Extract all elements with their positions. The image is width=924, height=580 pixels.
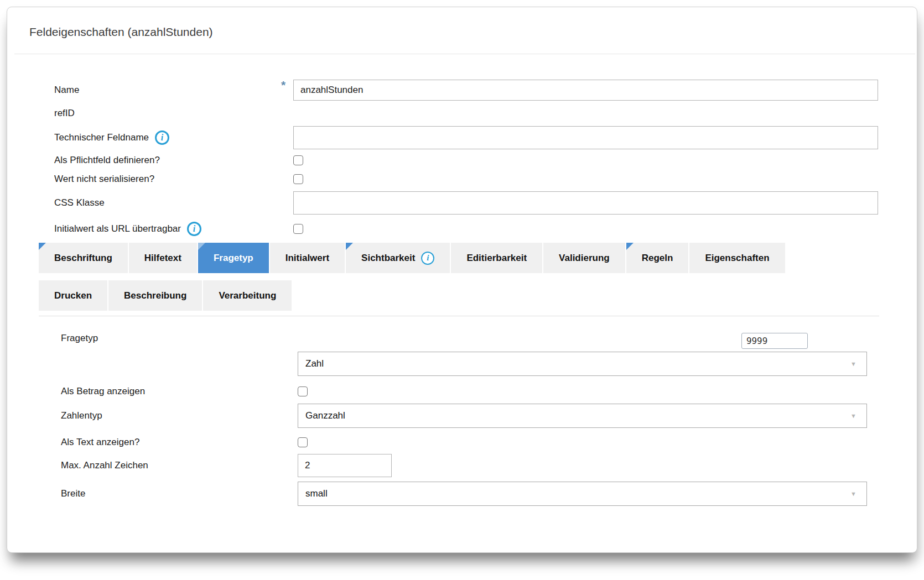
zahlentyp-row: Zahlentyp Ganzzahl ▼ — [61, 404, 867, 428]
required-field-checkbox[interactable] — [293, 155, 303, 165]
fragetyp-label: Fragetyp — [61, 333, 298, 344]
tab-eigenschaften[interactable]: Eigenschaften — [689, 243, 785, 273]
max-zeichen-label: Max. Anzahl Zeichen — [61, 460, 298, 471]
technical-fieldname-row: Technischer Feldname i — [54, 126, 878, 149]
required-asterisk: * — [281, 79, 285, 92]
field-properties-dialog: Feldeigenschaften (anzahlStunden) Name *… — [7, 7, 917, 553]
zahlentyp-select[interactable]: Ganzzahl ▼ — [298, 404, 867, 428]
refid-row: refID — [54, 108, 878, 119]
zahlentyp-label: Zahlentyp — [61, 410, 298, 421]
info-icon[interactable]: i — [155, 130, 169, 145]
tab-fragetyp[interactable]: Fragetyp — [198, 243, 269, 273]
als-text-label: Als Text anzeigen? — [61, 437, 298, 448]
tab-bar: Beschriftung Hilfetext Fragetyp Initialw… — [39, 243, 879, 311]
breite-row: Breite small ▼ — [61, 482, 867, 506]
fragetyp-select[interactable]: Zahl ▼ — [298, 352, 867, 376]
breite-select-value: small — [305, 488, 850, 499]
tab-row-1: Beschriftung Hilfetext Fragetyp Initialw… — [39, 243, 879, 273]
tab-row-2: Drucken Beschreibung Verarbeitung — [39, 280, 879, 311]
tab-corner-marker — [198, 243, 205, 250]
initial-url-row: Initialwert als URL übertragbar i — [54, 222, 878, 236]
tab-regeln[interactable]: Regeln — [626, 243, 689, 273]
chevron-down-icon: ▼ — [850, 490, 856, 497]
tab-verarbeitung[interactable]: Verarbeitung — [203, 280, 292, 311]
info-icon[interactable]: i — [421, 252, 434, 265]
fragetyp-row: Fragetyp — [61, 333, 867, 349]
no-serialize-row: Wert nicht serialisieren? — [54, 174, 878, 185]
required-field-row: Als Pflichtfeld definieren? — [54, 155, 878, 166]
tab-validierung[interactable]: Validierung — [543, 243, 625, 273]
als-betrag-label: Als Betrag anzeigen — [61, 386, 298, 397]
als-betrag-checkbox[interactable] — [298, 386, 308, 396]
info-icon[interactable]: i — [187, 222, 201, 236]
tab-hilfetext[interactable]: Hilfetext — [129, 243, 197, 273]
name-input[interactable] — [293, 80, 878, 101]
fragetyp-select-value: Zahl — [305, 358, 850, 369]
required-field-label: Als Pflichtfeld definieren? — [54, 155, 293, 166]
als-text-row: Als Text anzeigen? — [61, 437, 867, 448]
chevron-down-icon: ▼ — [850, 412, 856, 419]
css-class-row: CSS Klasse — [54, 191, 878, 215]
tab-content-divider — [39, 316, 879, 316]
zahlentyp-select-value: Ganzzahl — [305, 410, 850, 421]
name-label: Name — [54, 85, 293, 96]
tab-corner-marker — [626, 243, 634, 250]
als-text-checkbox[interactable] — [298, 437, 308, 447]
css-class-input[interactable] — [293, 191, 878, 215]
title-divider — [14, 54, 915, 54]
chevron-down-icon: ▼ — [850, 360, 856, 367]
no-serialize-checkbox[interactable] — [293, 174, 303, 184]
breite-label: Breite — [61, 488, 298, 499]
name-row: Name * — [54, 80, 878, 101]
initial-url-label: Initialwert als URL übertragbar — [54, 223, 181, 234]
tab-corner-marker — [39, 243, 46, 250]
technical-fieldname-input[interactable] — [293, 126, 878, 149]
refid-label: refID — [54, 108, 293, 119]
als-betrag-row: Als Betrag anzeigen — [61, 386, 867, 397]
breite-select[interactable]: small ▼ — [298, 482, 867, 506]
dialog-title: Feldeigenschaften (anzahlStunden) — [29, 25, 917, 39]
tab-beschreibung[interactable]: Beschreibung — [108, 280, 202, 311]
technical-fieldname-label: Technischer Feldname — [54, 132, 149, 143]
tab-editierbarkeit[interactable]: Editierbarkeit — [451, 243, 542, 273]
initial-url-checkbox[interactable] — [293, 224, 303, 234]
fragetyp-code-input[interactable] — [741, 333, 808, 349]
no-serialize-label: Wert nicht serialisieren? — [54, 174, 293, 185]
tab-beschriftung[interactable]: Beschriftung — [39, 243, 128, 273]
fragetyp-select-row: Zahl ▼ — [61, 352, 867, 376]
tab-drucken[interactable]: Drucken — [39, 280, 107, 311]
tab-initialwert[interactable]: Initialwert — [270, 243, 345, 273]
max-zeichen-row: Max. Anzahl Zeichen — [61, 454, 867, 477]
tab-sichtbarkeit[interactable]: Sichtbarkeit i — [346, 243, 450, 273]
tab-corner-marker — [346, 243, 353, 250]
max-zeichen-input[interactable] — [298, 454, 392, 477]
fragetyp-tab-panel: Fragetyp Zahl ▼ Als Betrag anzeigen Zahl… — [61, 333, 867, 506]
general-properties-form: Name * refID Technischer Feldname i Als … — [54, 80, 878, 236]
css-class-label: CSS Klasse — [54, 197, 293, 208]
